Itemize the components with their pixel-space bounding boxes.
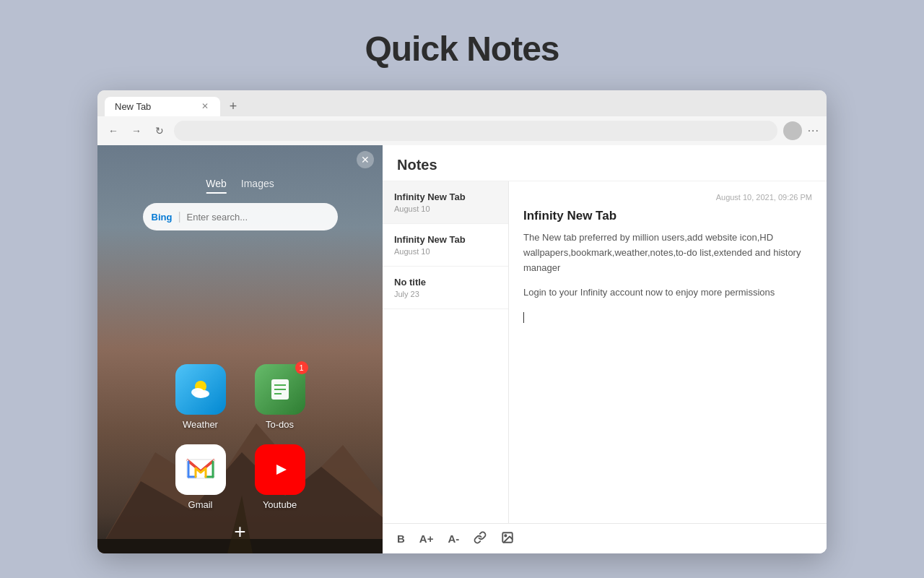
note-item-3[interactable]: No title July 23 bbox=[383, 267, 508, 309]
back-button[interactable]: ← bbox=[105, 122, 122, 139]
search-tabs: Web Images bbox=[206, 178, 274, 194]
note-content-area: August 10, 2021, 09:26 PM Infinity New T… bbox=[509, 181, 827, 523]
bold-button[interactable]: B bbox=[397, 532, 405, 545]
browser-chrome: New Tab ✕ + bbox=[97, 90, 827, 116]
note-item-2-title: Infinity New Tab bbox=[394, 234, 497, 245]
notes-list: Infinity New Tab August 10 Infinity New … bbox=[383, 181, 509, 523]
app-youtube[interactable]: Youtube bbox=[248, 444, 313, 510]
image-icon bbox=[501, 531, 514, 544]
user-avatar[interactable] bbox=[783, 121, 802, 140]
search-tab-web[interactable]: Web bbox=[206, 178, 227, 194]
todos-icon: 1 bbox=[255, 364, 305, 415]
note-item-3-title: No title bbox=[394, 277, 497, 288]
new-tab-button[interactable]: + bbox=[223, 96, 243, 116]
search-input[interactable] bbox=[187, 212, 329, 223]
note-paragraph-2: Login to your Infinity account now to en… bbox=[523, 285, 812, 301]
app-weather[interactable]: Weather bbox=[168, 364, 233, 430]
app-gmail[interactable]: Gmail bbox=[168, 444, 233, 510]
browser-window: New Tab ✕ + ← → ↻ ··· ✕ bbox=[97, 90, 827, 553]
note-item-2[interactable]: Infinity New Tab August 10 bbox=[383, 224, 508, 267]
gmail-icon bbox=[175, 444, 226, 495]
tab-title: New Tab bbox=[115, 101, 151, 112]
weather-svg bbox=[185, 374, 217, 405]
image-button[interactable] bbox=[501, 531, 514, 546]
address-bar[interactable] bbox=[174, 121, 777, 141]
browser-tabs: New Tab ✕ + bbox=[105, 96, 819, 116]
bing-logo: Bing bbox=[152, 212, 173, 223]
browser-tab-active[interactable]: New Tab ✕ bbox=[105, 97, 220, 116]
gmail-label: Gmail bbox=[188, 499, 213, 510]
gmail-svg bbox=[186, 458, 216, 481]
increase-font-button[interactable]: A+ bbox=[419, 532, 434, 545]
note-item-2-date: August 10 bbox=[394, 247, 497, 256]
refresh-button[interactable]: ↻ bbox=[151, 122, 168, 139]
youtube-icon bbox=[255, 444, 305, 495]
page-title: Quick Notes bbox=[365, 29, 559, 69]
new-tab-panel: ✕ Web Images Bing | bbox=[97, 145, 383, 553]
todos-badge: 1 bbox=[295, 361, 308, 374]
link-icon bbox=[474, 531, 487, 544]
forward-button[interactable]: → bbox=[128, 122, 145, 139]
svg-point-6 bbox=[193, 391, 208, 398]
weather-label: Weather bbox=[183, 419, 218, 430]
notes-toolbar: B A+ A- bbox=[383, 523, 827, 553]
note-paragraph-1: The New tab preferred by million users,a… bbox=[523, 230, 812, 275]
notes-body: Infinity New Tab August 10 Infinity New … bbox=[383, 181, 827, 523]
note-item-3-date: July 23 bbox=[394, 290, 497, 298]
app-todos[interactable]: 1 To-dos bbox=[248, 364, 313, 430]
weather-icon bbox=[175, 364, 226, 415]
note-timestamp: August 10, 2021, 09:26 PM bbox=[523, 193, 812, 202]
youtube-svg bbox=[264, 458, 296, 481]
notes-header: Notes bbox=[383, 145, 827, 181]
app-grid: Weather 1 To-dos bbox=[168, 364, 313, 510]
link-button[interactable] bbox=[474, 531, 487, 546]
decrease-font-button[interactable]: A- bbox=[448, 532, 459, 545]
note-content-title: Infinity New Tab bbox=[523, 209, 812, 223]
tab-close-icon[interactable]: ✕ bbox=[200, 101, 210, 111]
youtube-label: Youtube bbox=[263, 499, 297, 510]
note-item-1[interactable]: Infinity New Tab August 10 bbox=[383, 181, 508, 224]
notes-panel: Notes Infinity New Tab August 10 Infinit… bbox=[383, 145, 827, 553]
todos-label: To-dos bbox=[266, 419, 294, 430]
search-divider: | bbox=[178, 210, 180, 223]
panel-close-button[interactable]: ✕ bbox=[357, 151, 374, 168]
svg-point-15 bbox=[505, 535, 507, 536]
add-icon-button[interactable]: + bbox=[234, 520, 245, 543]
todos-svg bbox=[267, 376, 293, 402]
browser-toolbar: ← → ↻ ··· bbox=[97, 116, 827, 145]
search-bar: Bing | bbox=[143, 203, 338, 230]
browser-content: ✕ Web Images Bing | bbox=[97, 145, 827, 553]
search-tab-images[interactable]: Images bbox=[241, 178, 274, 194]
note-item-1-title: Infinity New Tab bbox=[394, 191, 497, 202]
more-menu-button[interactable]: ··· bbox=[808, 124, 819, 137]
note-item-1-date: August 10 bbox=[394, 204, 497, 213]
text-cursor bbox=[523, 312, 524, 323]
